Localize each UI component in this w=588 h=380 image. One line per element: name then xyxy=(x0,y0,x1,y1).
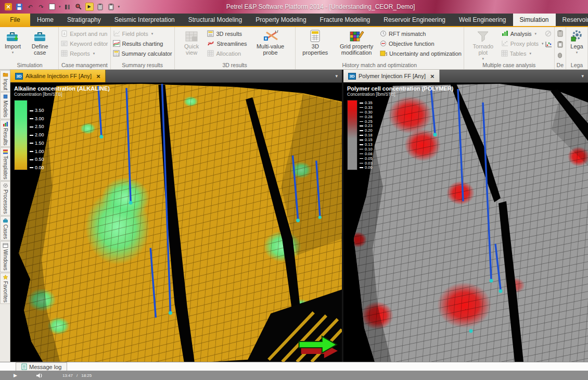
group-history-match: 3D properties Grid property modification… xyxy=(296,27,464,69)
sidebar-item-results[interactable]: Results xyxy=(0,120,10,147)
new-window-dropdown-icon[interactable]: ▾ xyxy=(59,5,61,9)
panel-polymer: 3D Polymer Injection FF [Any] × ▾ xyxy=(343,70,588,362)
player-time: 13:47 / 18:25 xyxy=(62,373,92,378)
3d-properties-button[interactable]: 3D properties xyxy=(298,28,334,56)
briefcase-import-icon xyxy=(6,29,20,43)
sidebar-item-input[interactable]: Input xyxy=(0,70,10,92)
app-logo-icon[interactable] xyxy=(4,3,12,11)
import-button[interactable]: Import ▾ xyxy=(3,28,22,56)
reports-button[interactable]: Reports ▾ xyxy=(61,49,108,57)
group-3d-results: Quick view 3D results Streamlines Alloca… xyxy=(175,27,296,69)
tab-stratigraphy[interactable]: Stratigraphy xyxy=(60,14,108,26)
gear-icon xyxy=(3,183,8,188)
group-de: De xyxy=(555,27,566,69)
paste-icon[interactable] xyxy=(107,3,116,11)
legend-ticks: 0.35 0.33 0.30 0.28 0.25 0.23 0.20 0.18 … xyxy=(360,100,373,170)
sidebar-item-windows[interactable]: Windows xyxy=(0,241,10,272)
legend-title: Alkaline concentration (ALKALINE) xyxy=(14,85,110,92)
player-play-icon[interactable]: ▶ xyxy=(14,373,17,378)
save-icon[interactable] xyxy=(15,3,23,11)
stamp-icon-button[interactable] xyxy=(557,52,564,61)
tab-home[interactable]: Home xyxy=(30,14,60,26)
qat-more-icon[interactable]: ▾ xyxy=(118,5,120,9)
grid-property-modification-button[interactable]: Grid property modification xyxy=(334,28,379,56)
3d-window-icon: 3D xyxy=(348,73,356,80)
define-case-button[interactable]: Define case xyxy=(23,28,56,56)
polymer-panel-tab-bar: 3D Polymer Injection FF [Any] × ▾ xyxy=(343,70,588,83)
sidebar-item-processes[interactable]: Processes xyxy=(0,181,10,216)
keyword-editor-button[interactable]: Keyword editor xyxy=(61,40,108,47)
3d-window-icon: 3D xyxy=(15,73,23,80)
proxy-plots-icon xyxy=(501,40,508,47)
tab-well-engineering[interactable]: Well Engineering xyxy=(452,14,513,26)
close-icon[interactable]: × xyxy=(430,73,434,80)
multi-value-probe-button[interactable]: Multi-value probe xyxy=(248,28,293,56)
alkaline-legend: Alkaline concentration (ALKALINE) Concen… xyxy=(14,85,110,170)
tab-reservoir-engineering[interactable]: Reservoir Engineering xyxy=(377,14,452,26)
analysis-icon xyxy=(501,30,508,37)
copy-icon[interactable] xyxy=(96,3,105,11)
tab-structural-modeling[interactable]: Structural Modeling xyxy=(182,14,249,26)
window-icon xyxy=(3,243,8,248)
crossplot-icon-button[interactable] xyxy=(545,41,552,50)
play-process-icon[interactable]: ▶ xyxy=(85,3,94,11)
rft-mismatch-button[interactable]: RFT mismatch xyxy=(380,30,462,37)
legacy-button[interactable]: Lega ▾ xyxy=(568,28,585,56)
clipboard-copy-icon-button[interactable] xyxy=(557,41,564,50)
tornado-plot-button[interactable]: Tornado plot ▾ xyxy=(466,28,500,62)
quick-view-button[interactable]: Quick view xyxy=(177,28,207,56)
allocation-button[interactable]: Allocation xyxy=(207,49,247,57)
results-charting-button[interactable]: Results charting xyxy=(113,40,172,47)
new-window-icon[interactable] xyxy=(48,3,56,11)
inspect-icon[interactable] xyxy=(74,3,83,11)
tab-simulation[interactable]: Simulation xyxy=(513,14,556,26)
sidebar-item-cases[interactable]: Cases xyxy=(0,216,10,240)
tab-fracture-modeling[interactable]: Fracture Modeling xyxy=(313,14,377,26)
undo-icon[interactable]: ↶ xyxy=(26,3,34,11)
tab-property-modeling[interactable]: Property Modeling xyxy=(249,14,313,26)
layout-columns-icon[interactable] xyxy=(63,3,72,11)
case-compare-icon-button[interactable] xyxy=(545,30,552,39)
sidebar-item-models[interactable]: Models xyxy=(0,92,10,119)
summary-calculator-button[interactable]: Summary calculator xyxy=(113,49,172,57)
dropdown-icon: ▾ xyxy=(529,52,531,56)
tab-file[interactable]: File xyxy=(0,14,30,26)
color-scale-bar xyxy=(14,100,28,170)
objective-function-button[interactable]: Objective function xyxy=(380,40,462,47)
message-log-icon xyxy=(21,363,27,370)
objective-function-icon xyxy=(380,40,387,47)
redo-icon[interactable]: ↷ xyxy=(37,3,45,11)
message-log-tab[interactable]: Message log xyxy=(16,362,67,371)
3d-results-button[interactable]: 3D results xyxy=(207,30,247,37)
export-and-run-button[interactable]: Export and run xyxy=(61,30,108,37)
grid-property-modification-icon xyxy=(349,29,364,43)
sidebar-item-favorites[interactable]: Favorites xyxy=(0,273,10,304)
window-title: Petrel E&P Software Platform 2014 - [Und… xyxy=(122,3,519,10)
streamlines-icon xyxy=(207,40,214,47)
player-volume-icon[interactable] xyxy=(36,373,43,378)
group-label: Multiple case analysis xyxy=(466,62,552,69)
ribbon: Import ▾ Define case Simulation Export a… xyxy=(0,26,588,70)
streamlines-button[interactable]: Streamlines xyxy=(207,40,247,47)
panel-menu-dropdown-icon[interactable]: ▾ xyxy=(577,70,588,82)
polymer-3d-viewport[interactable]: Polymer cell concentration (POLYMER) Con… xyxy=(343,83,588,362)
proxy-plots-button[interactable]: Proxy plots ▾ xyxy=(501,40,544,47)
close-icon[interactable]: × xyxy=(96,73,100,80)
tab-reservoir-geomechanics[interactable]: Reservoir Ge xyxy=(556,14,588,26)
field-plots-button[interactable]: Field plots ▾ xyxy=(113,30,172,37)
uncertainty-optimization-button[interactable]: ? Uncertainty and optimization xyxy=(380,49,462,57)
clipboard-icon-button[interactable] xyxy=(557,30,564,39)
tab-seismic-interpretation[interactable]: Seismic Interpretation xyxy=(108,14,182,26)
tab-polymer-injection[interactable]: 3D Polymer Injection FF [Any] × xyxy=(343,70,440,82)
star-icon xyxy=(3,274,8,280)
panel-menu-dropdown-icon[interactable]: ▾ xyxy=(331,70,342,82)
alkaline-3d-viewport[interactable]: Alkaline concentration (ALKALINE) Concen… xyxy=(10,83,342,362)
dropdown-icon: ▾ xyxy=(576,49,578,56)
analysis-button[interactable]: Analysis ▾ xyxy=(501,30,544,37)
multi-value-probe-icon xyxy=(262,29,279,43)
dropdown-icon: ▾ xyxy=(535,32,537,36)
sidebar-item-templates[interactable]: Templates xyxy=(0,147,10,181)
tab-alkaline-injection[interactable]: 3D Alkaline Injection FF [Any] × xyxy=(10,70,106,82)
legend-title: Polymer cell concentration (POLYMER) xyxy=(347,85,453,92)
tables-button[interactable]: Tables ▾ xyxy=(501,49,544,57)
